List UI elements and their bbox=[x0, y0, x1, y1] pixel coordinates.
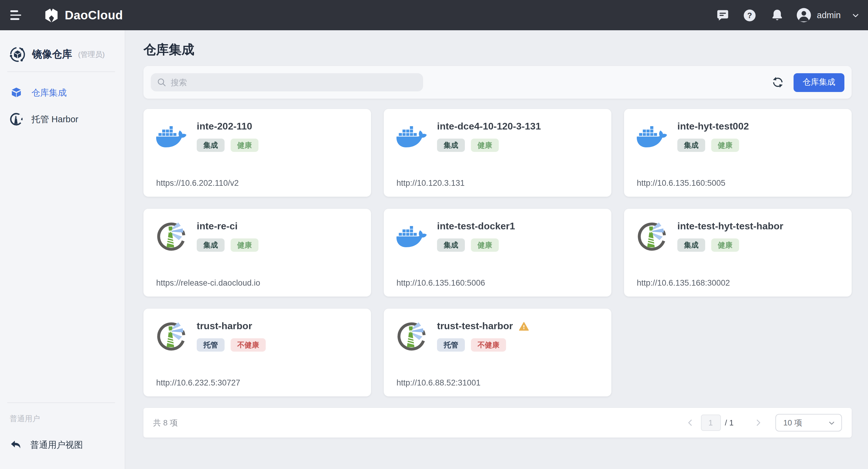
badge-integrated: 集成 bbox=[437, 138, 465, 152]
pagination-bar: 共 8 项 / 1 10 项 bbox=[144, 408, 851, 438]
docker-icon bbox=[397, 224, 427, 248]
registry-url: http://10.120.3.131 bbox=[397, 179, 599, 188]
badge-integrated: 集成 bbox=[677, 138, 705, 152]
registry-url: http://10.6.135.160:5006 bbox=[397, 278, 599, 287]
registry-card[interactable]: inte-re-ci 集成健康 https://release-ci.daocl… bbox=[144, 209, 371, 296]
daocloud-logo-icon bbox=[43, 7, 59, 23]
sidebar: 镜像仓库 (管理员) 仓库集成 bbox=[0, 30, 125, 469]
brand-logo[interactable]: DaoCloud bbox=[43, 7, 123, 23]
sidebar-item-hosted-harbor[interactable]: 托管 Harbor bbox=[0, 106, 125, 132]
sidebar-footer-label: 普通用户 bbox=[0, 403, 125, 428]
sidebar-item-label: 普通用户视图 bbox=[30, 439, 83, 450]
docker-icon bbox=[156, 124, 186, 149]
docker-icon bbox=[637, 124, 667, 149]
registry-type-icon bbox=[637, 221, 667, 251]
harbor-icon bbox=[156, 221, 186, 251]
create-integration-button[interactable]: 仓库集成 bbox=[794, 73, 844, 92]
chevron-left-icon[interactable] bbox=[684, 419, 696, 427]
badge-hosted: 托管 bbox=[197, 338, 224, 352]
user-avatar-icon bbox=[796, 7, 811, 23]
page-size-label: 10 项 bbox=[783, 417, 828, 428]
harbor-mono-icon bbox=[10, 113, 23, 126]
registry-card[interactable]: inte-hyt-test002 集成健康 http://10.6.135.16… bbox=[624, 109, 851, 197]
app-window: DaoCloud ? bbox=[0, 0, 868, 469]
svg-text:?: ? bbox=[747, 11, 752, 19]
registry-type-icon bbox=[637, 124, 667, 149]
badge-integrated: 集成 bbox=[437, 239, 465, 252]
chevron-down-icon bbox=[851, 11, 860, 19]
search-input[interactable] bbox=[171, 78, 417, 87]
registry-card[interactable]: trust-test-harbor 托管不健康 http://10.6.88.5… bbox=[384, 309, 611, 396]
box-icon bbox=[10, 86, 23, 99]
badge-healthy: 健康 bbox=[711, 239, 739, 252]
registry-name: inte-test-hyt-test-habor bbox=[677, 221, 783, 232]
registry-type-icon bbox=[397, 321, 427, 351]
card-grid: inte-202-110 集成健康 https://10.6.202.110/v… bbox=[144, 109, 851, 396]
registry-url: http://10.6.88.52:31001 bbox=[397, 378, 599, 387]
registry-type-icon bbox=[156, 221, 186, 251]
registry-type-icon bbox=[156, 321, 186, 351]
sidebar-title-suffix: (管理员) bbox=[78, 49, 105, 60]
registry-url: http://10.6.135.160:5005 bbox=[637, 179, 839, 188]
search-icon bbox=[157, 77, 166, 87]
harbor-icon bbox=[156, 321, 186, 351]
badge-unhealthy: 不健康 bbox=[471, 338, 506, 352]
registry-card[interactable]: inte-dce4-10-120-3-131 集成健康 http://10.12… bbox=[384, 109, 611, 197]
badge-healthy: 健康 bbox=[230, 239, 258, 252]
toolbar: 仓库集成 bbox=[144, 66, 851, 99]
back-arrow-icon bbox=[10, 439, 22, 451]
total-count: 共 8 项 bbox=[153, 417, 178, 428]
sidebar-item-registry-integration[interactable]: 仓库集成 bbox=[0, 79, 125, 106]
registry-url: http://10.6.232.5:30727 bbox=[156, 378, 358, 387]
badge-healthy: 健康 bbox=[230, 138, 258, 152]
user-menu[interactable]: admin bbox=[796, 7, 860, 23]
registry-name: inte-test-docker1 bbox=[437, 221, 515, 232]
sidebar-item-label: 托管 Harbor bbox=[31, 114, 79, 125]
sidebar-item-normal-user-view[interactable]: 普通用户视图 bbox=[0, 432, 125, 458]
registry-url: https://release-ci.daocloud.io bbox=[156, 278, 358, 287]
registry-card[interactable]: inte-test-docker1 集成健康 http://10.6.135.1… bbox=[384, 209, 611, 296]
warning-icon bbox=[519, 321, 529, 331]
registry-card[interactable]: inte-202-110 集成健康 https://10.6.202.110/v… bbox=[144, 109, 371, 197]
chevron-right-icon[interactable] bbox=[752, 419, 765, 427]
badge-unhealthy: 不健康 bbox=[230, 338, 266, 352]
harbor-icon bbox=[397, 321, 427, 351]
badge-healthy: 健康 bbox=[471, 138, 499, 152]
registry-url: https://10.6.202.110/v2 bbox=[156, 179, 358, 188]
registry-type-icon bbox=[156, 124, 186, 149]
hamburger-icon[interactable] bbox=[10, 9, 22, 21]
registry-badges: 托管不健康 bbox=[197, 338, 266, 352]
harbor-icon bbox=[637, 221, 667, 251]
notification-icon[interactable] bbox=[770, 8, 784, 22]
chevron-down-icon bbox=[828, 419, 835, 426]
sidebar-divider bbox=[7, 71, 115, 72]
registry-card[interactable]: inte-test-hyt-test-habor 集成健康 http://10.… bbox=[624, 209, 851, 296]
top-header: DaoCloud ? bbox=[0, 0, 868, 30]
brand-name: DaoCloud bbox=[65, 8, 123, 22]
registry-name: inte-202-110 bbox=[197, 121, 252, 132]
registry-badges: 集成健康 bbox=[677, 138, 749, 152]
user-name: admin bbox=[817, 10, 841, 20]
page-size-select[interactable]: 10 项 bbox=[775, 414, 842, 432]
badge-healthy: 健康 bbox=[471, 239, 499, 252]
registry-name: inte-re-ci bbox=[197, 221, 238, 232]
page-total: / 1 bbox=[725, 418, 734, 427]
registry-name: trust-test-harbor bbox=[437, 321, 513, 332]
registry-badges: 托管不健康 bbox=[437, 338, 529, 352]
registry-type-icon bbox=[397, 124, 427, 149]
main-content: 仓库集成 bbox=[125, 30, 868, 469]
registry-card[interactable]: trust-harbor 托管不健康 http://10.6.232.5:307… bbox=[144, 309, 371, 396]
search-box[interactable] bbox=[151, 73, 423, 91]
help-icon[interactable]: ? bbox=[742, 8, 757, 22]
badge-integrated: 集成 bbox=[197, 138, 224, 152]
registry-badges: 集成健康 bbox=[197, 138, 258, 152]
registry-name: trust-harbor bbox=[197, 321, 252, 332]
page-title: 仓库集成 bbox=[144, 41, 851, 58]
registry-url: http://10.6.135.168:30002 bbox=[637, 278, 839, 287]
refresh-icon[interactable] bbox=[768, 72, 788, 93]
registry-name: inte-dce4-10-120-3-131 bbox=[437, 121, 541, 132]
registry-type-icon bbox=[397, 224, 427, 248]
page-number-input[interactable] bbox=[701, 414, 721, 431]
registry-cube-icon bbox=[9, 46, 26, 63]
message-icon[interactable] bbox=[715, 8, 730, 22]
